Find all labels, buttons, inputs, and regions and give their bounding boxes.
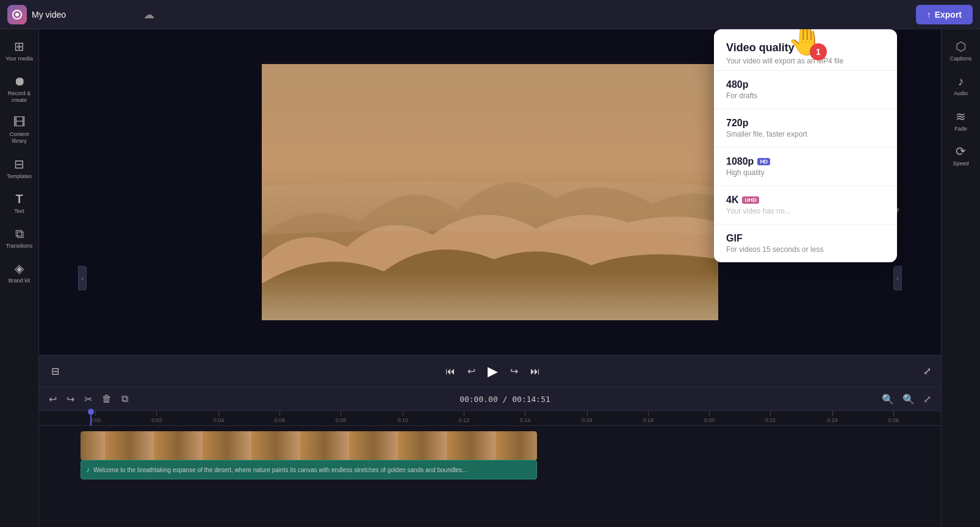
quality-option-4k[interactable]: 🤚 2 4K UHD Your video has no... — [714, 186, 897, 224]
controls-left: ⊟ — [49, 363, 62, 379]
redo-button[interactable]: ↪ — [64, 391, 77, 407]
ruler-mark-26: 0:26 — [888, 411, 899, 423]
sidebar-item-templates[interactable]: ⊟ Templates — [2, 152, 37, 185]
sidebar-item-brand[interactable]: ◈ Brand kit — [2, 256, 37, 289]
subtitle-clip[interactable]: ♪ Welcome to the breathtaking expanse of… — [81, 460, 537, 479]
ruler-mark-10: 0:10 — [397, 411, 408, 423]
timeline-ruler: 0:00 0:02 0:04 0:06 0:08 0:10 — [39, 411, 941, 426]
subtitle-clip-text: Welcome to the breathtaking expanse of t… — [93, 467, 467, 473]
undo-button[interactable]: ↩ — [46, 391, 59, 407]
quality-option-720p[interactable]: 720p Smaller file, faster export — [714, 109, 897, 148]
quality-popup-header: Video quality Your video will export as … — [714, 29, 897, 71]
sidebar-item-record[interactable]: ⏺ Record & create — [2, 70, 37, 109]
sidebar-item-captions[interactable]: ⬡ Captions — [943, 34, 979, 67]
collapse-right-panel[interactable]: ‹ — [893, 266, 902, 290]
sidebar-label-record: Record & create — [4, 90, 35, 104]
app-logo — [7, 5, 27, 24]
upload-icon: ↑ — [927, 10, 931, 20]
quality-1080p-name: 1080p HD — [726, 156, 885, 167]
zoom-controls: 🔍 🔍 ⤢ — [879, 391, 934, 407]
zoom-out-button[interactable]: 🔍 — [879, 391, 896, 407]
main-content: ⊞ Your media ⏺ Record & create 🎞 Content… — [0, 29, 980, 527]
video-controls: ⊟ ⏮ ↩ ▶ ↪ ⏭ ⤢ — [39, 355, 941, 387]
skip-forward-button[interactable]: ⏭ — [528, 364, 542, 379]
controls-right: ⤢ — [923, 365, 931, 377]
ruler-mark-12: 0:12 — [459, 411, 470, 423]
your-media-icon: ⊞ — [14, 39, 24, 54]
sidebar-item-your-media[interactable]: ⊞ Your media — [2, 34, 37, 67]
replay-button[interactable]: ↩ — [465, 363, 478, 379]
ruler-track: 0:00 0:02 0:04 0:06 0:08 0:10 — [90, 411, 895, 426]
duplicate-button[interactable]: ⧉ — [119, 391, 131, 407]
ruler-mark-24: 0:24 — [827, 411, 838, 423]
sidebar-label-audio: Audio — [954, 90, 968, 97]
record-icon: ⏺ — [13, 74, 26, 88]
quality-1080p-desc: High quality — [726, 168, 885, 177]
sidebar-item-content-library[interactable]: 🎞 Content library — [2, 110, 37, 149]
quality-option-480p[interactable]: 480p For drafts — [714, 71, 897, 109]
timeline-time-display: 00:00.00 / 00:14:51 — [135, 395, 874, 404]
video-title-input[interactable]: My video — [32, 10, 139, 20]
play-button[interactable]: ▶ — [485, 361, 500, 382]
sidebar-item-transitions[interactable]: ⧉ Transitions — [2, 222, 37, 254]
sidebar-item-text[interactable]: T Text — [2, 187, 37, 220]
delete-button[interactable]: 🗑 — [99, 391, 114, 407]
collapse-left-panel[interactable]: › — [78, 266, 87, 290]
sidebar-item-fade[interactable]: ≋ Fade — [943, 104, 979, 137]
quality-720p-desc: Smaller file, faster export — [726, 130, 885, 138]
quality-gif-name: GIF — [726, 233, 885, 244]
video-track-content — [81, 431, 936, 461]
ruler-mark-8: 0:08 — [336, 411, 347, 423]
speed-icon: ⟳ — [956, 144, 966, 159]
ruler-mark-20: 0:20 — [704, 411, 715, 423]
ruler-mark-14: 0:14 — [520, 411, 531, 423]
ruler-mark-4: 0:04 — [214, 411, 225, 423]
sidebar-label-templates: Templates — [7, 173, 32, 180]
quality-4k-name: 4K UHD — [726, 195, 885, 206]
templates-icon: ⊟ — [14, 157, 24, 171]
sidebar-label-text: Text — [14, 208, 24, 215]
playhead[interactable] — [90, 411, 92, 426]
quality-option-1080p[interactable]: 1080p HD High quality — [714, 148, 897, 186]
subtitle-clip-icon: ♪ — [86, 465, 90, 474]
topbar-left: My video ☁ — [7, 5, 154, 24]
ruler-mark-6: 0:06 — [275, 411, 286, 423]
sidebar-label-brand: Brand kit — [9, 278, 31, 284]
expand-timeline-button[interactable]: ⤢ — [921, 391, 934, 407]
cloud-save-icon: ☁ — [143, 8, 154, 21]
fade-icon: ≋ — [956, 109, 966, 124]
ruler-mark-2: 0:02 — [151, 411, 162, 423]
quality-720p-name: 720p — [726, 118, 885, 129]
quality-popup: 🤚 1 Video quality Your video will export… — [714, 29, 897, 262]
playhead-head — [88, 409, 94, 415]
subtitle-toggle-button[interactable]: ⊟ — [49, 363, 62, 379]
sidebar-label-content-library: Content library — [4, 131, 35, 145]
quality-popup-title: Video quality — [726, 41, 885, 54]
captions-icon: ⬡ — [956, 39, 966, 54]
forward-button[interactable]: ↪ — [508, 363, 521, 379]
video-clip[interactable] — [81, 431, 537, 461]
desert-background — [262, 64, 718, 320]
quality-option-gif[interactable]: GIF For videos 15 seconds or less — [714, 224, 897, 262]
text-icon: T — [15, 192, 23, 206]
subtitle-track: ♪ Welcome to the breathtaking expanse of… — [39, 464, 941, 486]
hd-badge: HD — [757, 158, 770, 165]
export-button[interactable]: ↑ Export — [916, 5, 973, 24]
timeline-toolbar: ↩ ↪ ✂ 🗑 ⧉ 00:00.00 / 00:14:51 🔍 🔍 ⤢ — [39, 387, 941, 411]
sidebar-item-audio[interactable]: ♪ Audio — [943, 70, 979, 102]
skip-back-button[interactable]: ⏮ — [443, 364, 458, 379]
content-library-icon: 🎞 — [13, 115, 26, 129]
topbar: My video ☁ ↑ Export — [0, 0, 980, 29]
transitions-icon: ⧉ — [15, 227, 24, 241]
timeline-area: ↩ ↪ ✂ 🗑 ⧉ 00:00.00 / 00:14:51 🔍 🔍 ⤢ — [39, 387, 941, 527]
sidebar-label-speed: Speed — [953, 160, 968, 167]
video-frame — [262, 64, 718, 320]
sidebar-item-speed[interactable]: ⟳ Speed — [943, 139, 979, 172]
sidebar-label-fade: Fade — [954, 126, 967, 132]
subtitle-track-content: ♪ Welcome to the breathtaking expanse of… — [81, 460, 936, 489]
sidebar-label-your-media: Your media — [5, 56, 33, 62]
ruler-mark-22: 0:22 — [765, 411, 776, 423]
cut-button[interactable]: ✂ — [82, 391, 95, 407]
fullscreen-button[interactable]: ⤢ — [923, 365, 931, 377]
zoom-in-button[interactable]: 🔍 — [900, 391, 917, 407]
